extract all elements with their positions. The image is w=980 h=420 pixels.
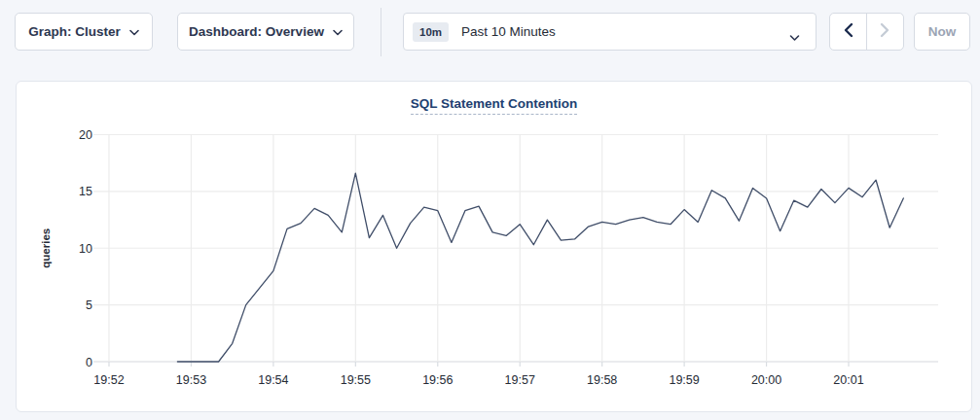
- time-range-badge: 10m: [413, 22, 449, 42]
- metrics-page: { "toolbar": { "graph_label": "Graph: Cl…: [0, 0, 980, 420]
- previous-time-window-button[interactable]: [830, 14, 867, 50]
- svg-text:20:01: 20:01: [833, 373, 863, 387]
- dashboard-selector-label: Dashboard: Overview: [189, 24, 324, 39]
- svg-text:0: 0: [86, 356, 92, 369]
- svg-text:15: 15: [79, 185, 92, 198]
- chart-card: SQL Statement Contention 0510152019:5219…: [16, 81, 972, 412]
- svg-text:19:59: 19:59: [669, 373, 699, 387]
- chevron-down-icon: [333, 24, 343, 39]
- chevron-down-icon: [789, 28, 800, 46]
- time-range-selector[interactable]: 10m Past 10 Minutes: [403, 13, 817, 51]
- svg-text:20: 20: [79, 128, 92, 142]
- graph-selector-dropdown[interactable]: Graph: Cluster: [15, 13, 153, 51]
- svg-text:19:57: 19:57: [505, 373, 535, 387]
- time-range-label: Past 10 Minutes: [461, 24, 556, 39]
- graph-selector-label: Graph: Cluster: [28, 24, 121, 39]
- chevron-right-icon: [880, 22, 890, 42]
- svg-text:10: 10: [79, 242, 92, 256]
- now-button[interactable]: Now: [914, 13, 970, 51]
- svg-text:19:53: 19:53: [176, 373, 206, 387]
- now-button-label: Now: [928, 24, 957, 39]
- chevron-down-icon: [129, 24, 139, 39]
- svg-text:queries: queries: [40, 228, 52, 268]
- svg-text:19:58: 19:58: [587, 373, 617, 387]
- svg-text:19:55: 19:55: [341, 373, 371, 387]
- next-time-window-button-disabled[interactable]: [867, 14, 903, 50]
- chevron-left-icon: [843, 22, 853, 42]
- dashboard-selector-dropdown[interactable]: Dashboard: Overview: [177, 13, 354, 51]
- sql-contention-line-chart[interactable]: 0510152019:5219:5319:5419:5519:5619:5719…: [17, 82, 973, 413]
- svg-text:19:52: 19:52: [93, 373, 124, 387]
- svg-text:5: 5: [86, 298, 92, 312]
- toolbar-divider: [381, 8, 381, 56]
- svg-text:19:54: 19:54: [258, 373, 288, 387]
- svg-text:19:56: 19:56: [422, 373, 453, 387]
- svg-text:20:00: 20:00: [751, 373, 781, 387]
- time-window-arrows: [829, 13, 904, 51]
